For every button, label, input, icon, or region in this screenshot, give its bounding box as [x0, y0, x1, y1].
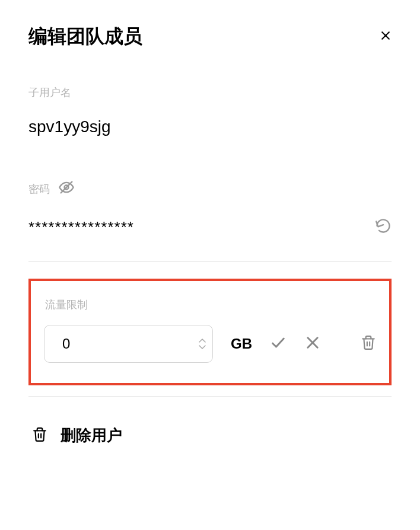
- traffic-limit-section: 流量限制 GB: [28, 279, 392, 385]
- divider: [28, 396, 392, 397]
- traffic-unit-label: GB: [231, 336, 252, 352]
- check-icon: [270, 334, 287, 353]
- delete-user-label: 删除用户: [61, 425, 122, 446]
- divider: [28, 261, 392, 262]
- refresh-password-button[interactable]: [375, 218, 392, 237]
- dialog-title: 编辑团队成员: [28, 24, 142, 50]
- username-value: spv1yy9sjg: [28, 117, 392, 136]
- chevron-down-icon: [199, 344, 206, 349]
- traffic-limit-input[interactable]: [44, 325, 213, 363]
- trash-icon: [32, 427, 47, 445]
- trash-icon: [361, 335, 376, 353]
- password-label: 密码: [28, 182, 50, 196]
- cancel-button[interactable]: [304, 334, 321, 353]
- refresh-icon: [375, 218, 392, 237]
- delete-user-button[interactable]: 删除用户: [28, 425, 392, 446]
- password-value: ****************: [28, 218, 134, 237]
- close-button[interactable]: [380, 30, 392, 44]
- chevron-up-icon: [199, 339, 206, 343]
- close-icon: [380, 30, 392, 44]
- number-stepper[interactable]: [199, 339, 206, 349]
- eye-off-icon[interactable]: [58, 179, 75, 199]
- x-icon: [304, 334, 321, 353]
- username-label: 子用户名: [28, 85, 392, 100]
- confirm-button[interactable]: [270, 334, 287, 353]
- traffic-limit-label: 流量限制: [44, 298, 376, 312]
- delete-limit-button[interactable]: [361, 335, 376, 353]
